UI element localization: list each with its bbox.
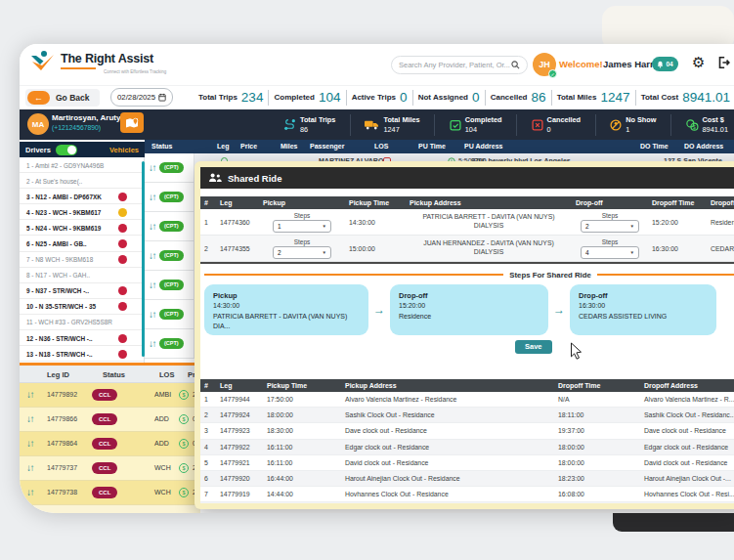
leg-link[interactable]: 14774355 bbox=[216, 236, 259, 261]
dropoff-time: 15:20:00 bbox=[648, 209, 707, 235]
chevron-down-icon: ▼ bbox=[630, 250, 634, 255]
leg-link[interactable]: 14779921 bbox=[216, 455, 263, 470]
sort-arrows-icon[interactable]: ↓↑ bbox=[26, 414, 33, 424]
driver-list-item[interactable]: 11 - WCH #33 - GRV2HS5S8R bbox=[20, 315, 144, 330]
driver-list-item[interactable]: 3 - N12 - AMBI - DP667XK bbox=[20, 189, 144, 204]
sort-arrows-icon[interactable]: ↓↑ bbox=[149, 251, 155, 261]
table-row[interactable]: 3 14779923 18:30:00 Dave clock out - Res… bbox=[200, 423, 734, 439]
table-row[interactable]: 8 14779918 14:44:00 Hovannes Adamyan Clo… bbox=[200, 502, 734, 503]
sort-arrows-icon[interactable]: ↓↑ bbox=[149, 310, 155, 320]
arrow-right-icon: → bbox=[373, 304, 385, 316]
trip-row[interactable]: ↓↑(CPT) bbox=[145, 212, 194, 241]
trip-row[interactable]: ↓↑(CPT) bbox=[145, 300, 194, 329]
pickup-address: JUAN HERNANDEZ - DAVITA (VAN NUYS) DIALY… bbox=[406, 236, 572, 261]
pickup-steps-select[interactable]: 2▼ bbox=[273, 246, 331, 259]
drivers-vehicles-toggle[interactable] bbox=[56, 145, 77, 155]
driver-stat-total-miles: Total Miles1247 bbox=[365, 115, 419, 133]
steps-section-divider: Steps For Shared Ride bbox=[204, 269, 734, 280]
trips-table-header: Status Leg Price Miles Passenger LOS PU … bbox=[145, 140, 734, 153]
leg-row[interactable]: ↓↑ 14779892 CCL AMBI $ 2 bbox=[20, 383, 200, 408]
leg-row[interactable]: ↓↑ 14779737 CCL WCH $ 2 bbox=[20, 456, 200, 481]
driver-list-item[interactable]: 4 - N23 - WCH - 9KBM617 bbox=[20, 204, 144, 220]
trip-rows-strip: ↓↑(CPT) ↓↑(CPT) ↓↑(CPT) ↓↑(CPT) ↓↑(CPT) … bbox=[145, 153, 194, 359]
pickup-steps-select[interactable]: 1▼ bbox=[273, 220, 331, 233]
dropoff-steps-select[interactable]: 4▼ bbox=[581, 246, 639, 259]
map-button[interactable] bbox=[120, 112, 144, 133]
save-button[interactable]: Save bbox=[515, 340, 552, 354]
driver-stats: Total Trips86 Total Miles1247 Completed1… bbox=[283, 111, 728, 138]
table-row[interactable]: 5 14779921 16:11:00 David clock out - Re… bbox=[200, 455, 734, 471]
driver-list-item[interactable]: 13 - N18 - STR/WCH -.. bbox=[20, 346, 144, 362]
driver-list-item[interactable]: 9 - N37 - STR/WCH -.. bbox=[20, 283, 144, 299]
sort-arrows-icon[interactable]: ↓↑ bbox=[26, 488, 33, 497]
driver-list-item[interactable]: 12 - N36 - STR/WCH -.. bbox=[20, 330, 144, 346]
sort-arrows-icon[interactable]: ↓↑ bbox=[26, 463, 33, 473]
drivers-tab-label[interactable]: Drivers bbox=[25, 146, 51, 154]
trip-row[interactable]: ↓↑(CPT) bbox=[145, 153, 194, 183]
divider bbox=[268, 90, 269, 106]
sort-arrows-icon[interactable]: ↓↑ bbox=[149, 222, 155, 232]
status-badge: (CPT) bbox=[159, 309, 184, 320]
step-time: 16:30:00 bbox=[579, 301, 708, 312]
save-row: Save bbox=[200, 340, 734, 356]
sort-arrows-icon[interactable]: ↓↑ bbox=[149, 339, 155, 349]
sort-arrows-icon[interactable]: ↓↑ bbox=[149, 280, 155, 290]
driver-list-item[interactable]: 6 - N25 - AMBI - GB.. bbox=[20, 236, 144, 251]
leg-row[interactable]: ↓↑ 14779866 CCL ADD $ 0 bbox=[20, 408, 200, 432]
trip-row[interactable]: ↓↑(CPT) bbox=[145, 183, 194, 212]
table-row[interactable]: 1 14779944 17:50:00 Alvaro Valencia Mart… bbox=[200, 392, 734, 408]
logout-icon[interactable] bbox=[716, 56, 730, 69]
leg-id: 14779737 bbox=[47, 464, 77, 471]
table-row[interactable]: 2 14779924 18:00:00 Sashik Clock Out - R… bbox=[200, 408, 734, 423]
shared-ride-icon bbox=[208, 173, 222, 183]
step-card-dropoff: Drop-off 16:30:00 CEDARS ASSISTED LIVING bbox=[570, 284, 716, 335]
status-badge: (CPT) bbox=[159, 221, 184, 232]
search-input[interactable] bbox=[399, 61, 511, 69]
table-row[interactable]: 4 14779922 16:11:00 Edgar clock out - Re… bbox=[200, 440, 734, 455]
sort-arrows-icon[interactable]: ↓↑ bbox=[149, 163, 155, 173]
driver-list-item[interactable]: 7 - N8 WCH - 9KBM618 bbox=[20, 252, 144, 268]
leg-link[interactable]: 14779923 bbox=[216, 423, 263, 438]
leg-link[interactable]: 14779918 bbox=[216, 502, 263, 503]
leg-link[interactable]: 14779944 bbox=[216, 392, 263, 407]
stat-total-miles: Total Miles 1247 bbox=[557, 90, 630, 105]
sort-arrows-icon[interactable]: ↓↑ bbox=[26, 439, 33, 449]
date-value: 02/28/2025 bbox=[117, 93, 155, 102]
go-back-button[interactable]: ← Go Back bbox=[25, 89, 100, 107]
go-back-label: Go Back bbox=[56, 93, 90, 103]
cancel-icon bbox=[532, 119, 543, 131]
date-picker[interactable]: 02/28/2025 bbox=[110, 88, 173, 107]
leg-link[interactable]: 14779919 bbox=[216, 487, 263, 501]
leg-link[interactable]: 14774360 bbox=[216, 209, 259, 235]
divider bbox=[350, 114, 351, 136]
trip-row[interactable]: ↓↑(CPT) bbox=[145, 241, 194, 271]
divider bbox=[595, 114, 596, 136]
trip-row[interactable]: ↓↑(CPT) bbox=[145, 271, 194, 300]
global-search[interactable] bbox=[391, 56, 528, 74]
dollar-icon: $ bbox=[179, 390, 189, 400]
status-dot bbox=[118, 318, 127, 326]
leg-link[interactable]: 14779920 bbox=[216, 471, 263, 486]
leg-link[interactable]: 14779922 bbox=[216, 440, 263, 454]
steps-cards: Pickup 14:30:00 PATRICIA BARRETT - DAVIT… bbox=[200, 284, 734, 337]
driver-list-item[interactable]: 5 - N24 - WCH - 9KBM619 bbox=[20, 220, 144, 236]
notifications-button[interactable]: 04 bbox=[652, 57, 678, 71]
sort-arrows-icon[interactable]: ↓↑ bbox=[149, 193, 155, 202]
driver-list-item[interactable]: 2 - At Sue's house(.. bbox=[20, 173, 144, 189]
leg-id: 14779738 bbox=[47, 489, 77, 495]
sort-arrows-icon[interactable]: ↓↑ bbox=[26, 390, 33, 400]
dropoff-steps-select[interactable]: 2▼ bbox=[581, 220, 639, 233]
settings-gear-icon[interactable]: ⚙ bbox=[692, 55, 705, 69]
vehicles-tab-label[interactable]: Vehicles bbox=[109, 146, 139, 154]
leg-id: 14779864 bbox=[47, 440, 77, 447]
table-row[interactable]: 7 14779919 14:44:00 Hovhannes Clock Out … bbox=[200, 487, 734, 502]
table-row[interactable]: 6 14779920 16:44:00 Harout Ainejian Cloc… bbox=[200, 471, 734, 487]
leg-link[interactable]: 14779924 bbox=[216, 408, 263, 422]
trip-row[interactable]: ↓↑(CPT) bbox=[145, 329, 194, 359]
leg-row[interactable]: ↓↑ 14779864 CCL ADD $ 0 bbox=[20, 432, 200, 456]
driver-list-item[interactable]: 1 - Ambi #2 - GD9YNA496B bbox=[20, 157, 144, 173]
driver-list-item[interactable]: 8 - N17 - WCH - GAH.. bbox=[20, 268, 144, 283]
shared-ride-modal: Shared Ride # Leg Pickup Pickup Time Pic… bbox=[194, 161, 734, 509]
driver-list-item[interactable]: 10 - N 35-STR/WCH - 35 bbox=[20, 299, 144, 315]
leg-row[interactable]: ↓↑ 14779738 CCL WCH $ 2 bbox=[20, 481, 200, 505]
